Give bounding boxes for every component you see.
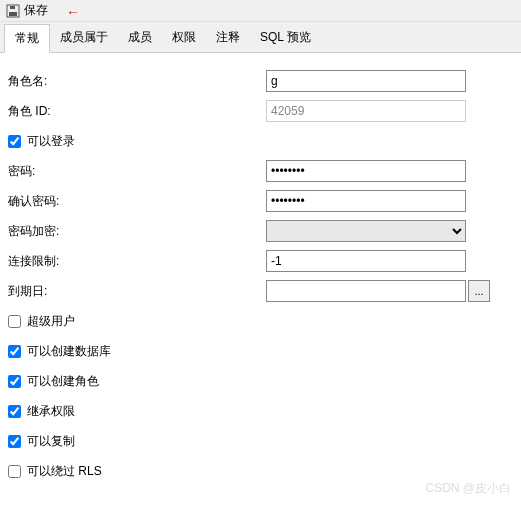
inherit-row[interactable]: 继承权限 <box>6 403 75 420</box>
encryption-label: 密码加密: <box>6 223 266 240</box>
svg-rect-1 <box>9 12 17 16</box>
role-name-input[interactable] <box>266 70 466 92</box>
connection-limit-input[interactable] <box>266 250 466 272</box>
expiration-input[interactable] <box>266 280 466 302</box>
expiration-label: 到期日: <box>6 283 266 300</box>
superuser-row[interactable]: 超级用户 <box>6 313 75 330</box>
connection-limit-label: 连接限制: <box>6 253 266 270</box>
tabs-bar: 常规 成员属于 成员 权限 注释 SQL 预览 <box>0 22 521 53</box>
can-login-checkbox[interactable] <box>8 135 21 148</box>
encryption-select[interactable] <box>266 220 466 242</box>
create-db-label: 可以创建数据库 <box>27 343 111 360</box>
replicate-row[interactable]: 可以复制 <box>6 433 75 450</box>
watermark: CSDN @皮小白 <box>425 480 511 497</box>
create-db-checkbox[interactable] <box>8 345 21 358</box>
can-login-row[interactable]: 可以登录 <box>6 133 75 150</box>
password-label: 密码: <box>6 163 266 180</box>
role-id-label: 角色 ID: <box>6 103 266 120</box>
inherit-label: 继承权限 <box>27 403 75 420</box>
role-id-input <box>266 100 466 122</box>
tab-comment[interactable]: 注释 <box>206 24 250 52</box>
can-login-label: 可以登录 <box>27 133 75 150</box>
create-role-checkbox[interactable] <box>8 375 21 388</box>
bypass-rls-label: 可以绕过 RLS <box>27 463 102 480</box>
confirm-password-input[interactable] <box>266 190 466 212</box>
svg-rect-2 <box>10 6 15 9</box>
create-db-row[interactable]: 可以创建数据库 <box>6 343 111 360</box>
tab-general[interactable]: 常规 <box>4 24 50 53</box>
create-role-label: 可以创建角色 <box>27 373 99 390</box>
superuser-label: 超级用户 <box>27 313 75 330</box>
save-button[interactable]: 保存 <box>24 2 48 19</box>
tab-members[interactable]: 成员 <box>118 24 162 52</box>
tab-member-of[interactable]: 成员属于 <box>50 24 118 52</box>
confirm-password-label: 确认密码: <box>6 193 266 210</box>
password-input[interactable] <box>266 160 466 182</box>
bypass-rls-checkbox[interactable] <box>8 465 21 478</box>
annotation-arrow: ← <box>66 4 80 20</box>
bypass-rls-row[interactable]: 可以绕过 RLS <box>6 463 102 480</box>
date-picker-button[interactable]: ... <box>468 280 490 302</box>
tab-sql-preview[interactable]: SQL 预览 <box>250 24 321 52</box>
create-role-row[interactable]: 可以创建角色 <box>6 373 99 390</box>
role-name-label: 角色名: <box>6 73 266 90</box>
inherit-checkbox[interactable] <box>8 405 21 418</box>
save-icon <box>6 4 20 18</box>
superuser-checkbox[interactable] <box>8 315 21 328</box>
tab-privileges[interactable]: 权限 <box>162 24 206 52</box>
replicate-label: 可以复制 <box>27 433 75 450</box>
replicate-checkbox[interactable] <box>8 435 21 448</box>
